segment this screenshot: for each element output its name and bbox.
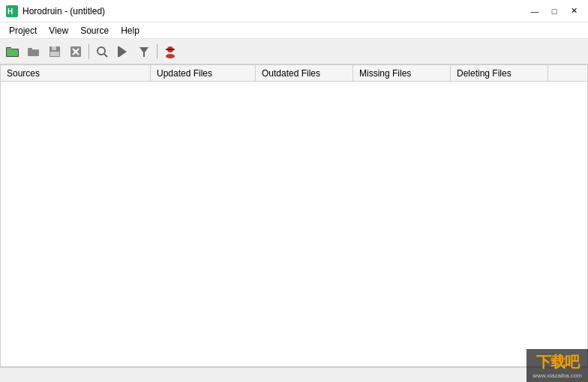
- menu-source[interactable]: Source: [74, 22, 115, 38]
- watermark-sub: www.xiazaiba.com: [532, 372, 582, 379]
- col-header-updated: Updated Files: [151, 65, 256, 81]
- title-bar-left: H Horodruin - (untitled): [6, 5, 105, 17]
- user-icon: [164, 45, 177, 58]
- main-table-container: Sources Updated Files Outdated Files Mis…: [0, 64, 588, 367]
- app-icon: H: [6, 5, 18, 17]
- svg-line-15: [104, 54, 107, 57]
- filter-button[interactable]: [134, 42, 154, 61]
- table-body: [1, 82, 587, 366]
- svg-rect-17: [118, 46, 119, 57]
- menu-project[interactable]: Project: [3, 22, 43, 38]
- maximize-button[interactable]: □: [546, 4, 562, 18]
- close-project-icon: [69, 45, 82, 58]
- close-button[interactable]: ✕: [566, 4, 582, 18]
- title-bar-controls: — □ ✕: [526, 4, 582, 18]
- watermark-main: 下载吧: [532, 352, 582, 372]
- svg-rect-9: [52, 46, 56, 50]
- svg-rect-5: [7, 48, 11, 50]
- svg-rect-6: [28, 49, 39, 56]
- open-folder-icon: [27, 45, 40, 58]
- col-header-missing: Missing Files: [353, 65, 451, 81]
- table-header: Sources Updated Files Outdated Files Mis…: [1, 65, 587, 82]
- menu-view[interactable]: View: [43, 22, 74, 38]
- col-header-outdated: Outdated Files: [256, 65, 353, 81]
- svg-rect-7: [28, 48, 32, 50]
- search-button[interactable]: [92, 42, 112, 61]
- svg-rect-4: [7, 49, 18, 56]
- open-button[interactable]: [24, 42, 44, 61]
- close-project-button[interactable]: [66, 42, 86, 61]
- search-icon: [95, 45, 109, 58]
- watermark: 下载吧 www.xiazaiba.com: [526, 349, 588, 382]
- toolbar-separator-2: [157, 44, 158, 59]
- menu-help[interactable]: Help: [115, 22, 146, 38]
- sync-button[interactable]: [113, 42, 133, 61]
- new-project-button[interactable]: [3, 42, 22, 61]
- window-title: Horodruin - (untitled): [22, 6, 105, 16]
- toolbar-separator-1: [88, 44, 89, 59]
- title-bar: H Horodruin - (untitled) — □ ✕: [0, 0, 588, 22]
- status-bar: [0, 367, 588, 382]
- svg-point-20: [166, 54, 175, 58]
- filter-icon: [137, 45, 151, 58]
- sync-icon: [116, 45, 130, 58]
- save-button[interactable]: [45, 42, 64, 61]
- minimize-button[interactable]: —: [526, 4, 543, 18]
- toolbar: [0, 39, 588, 64]
- menu-bar: Project View Source Help: [0, 22, 588, 39]
- svg-marker-16: [119, 46, 127, 57]
- user-button[interactable]: [160, 42, 180, 61]
- col-header-deleting: Deleting Files: [451, 65, 548, 81]
- col-header-sources: Sources: [1, 65, 151, 81]
- save-icon: [48, 45, 62, 58]
- svg-rect-21: [166, 49, 175, 50]
- svg-marker-18: [140, 47, 148, 57]
- svg-rect-10: [50, 52, 59, 56]
- svg-text:H: H: [8, 7, 13, 16]
- new-folder-icon: [6, 45, 20, 58]
- svg-point-14: [98, 47, 105, 55]
- col-header-rest: [548, 65, 587, 81]
